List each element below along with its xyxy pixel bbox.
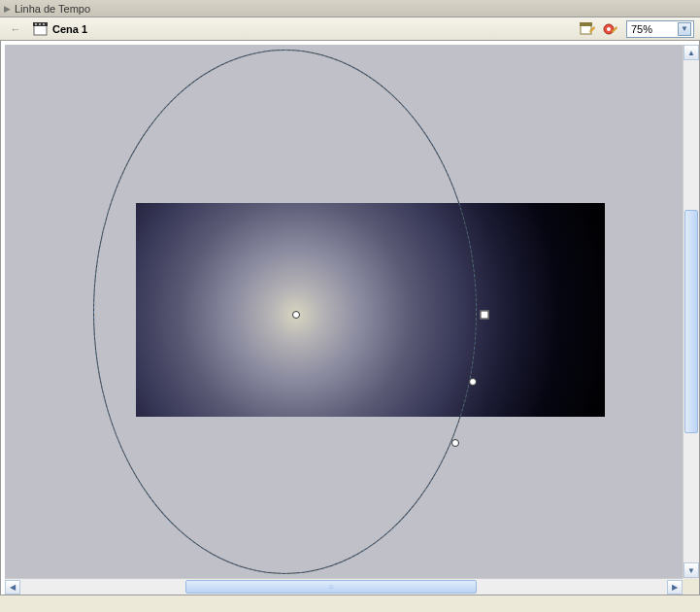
edit-scene-button[interactable]: [578, 20, 597, 38]
scene-toolbar: ← Cena 1 75% ▼: [0, 17, 700, 41]
gradient-center-handle[interactable]: [292, 311, 300, 319]
timeline-panel-header[interactable]: ▶ Linha de Tempo: [0, 0, 700, 17]
scroll-right-button[interactable]: ▶: [667, 580, 683, 595]
ellipse-anchor-handle[interactable]: [451, 439, 459, 447]
svg-rect-3: [39, 23, 41, 25]
svg-rect-0: [34, 25, 47, 35]
chevron-down-icon: ▼: [687, 566, 695, 575]
stage-canvas[interactable]: [5, 45, 683, 578]
back-button[interactable]: ←: [6, 20, 25, 38]
grip-icon: ≡: [328, 582, 333, 592]
workspace: ▲ ▼ ◀ ≡ ▶: [0, 41, 700, 595]
zoom-dropdown[interactable]: 75% ▼: [626, 20, 694, 38]
chevron-right-icon: ▶: [672, 583, 678, 592]
chevron-left-icon: ◀: [10, 583, 16, 592]
vertical-scrollbar[interactable]: ▲ ▼: [683, 45, 699, 578]
horizontal-scrollbar[interactable]: ◀ ≡ ▶: [5, 578, 683, 595]
svg-rect-2: [35, 23, 37, 25]
svg-rect-5: [581, 25, 591, 34]
svg-rect-4: [43, 23, 45, 25]
scene-label[interactable]: Cena 1: [52, 23, 87, 35]
scroll-up-button[interactable]: ▲: [683, 45, 699, 60]
dropdown-icon: ▼: [678, 22, 691, 36]
scrollbar-corner: [683, 578, 699, 595]
gradient-edge-handle[interactable]: [481, 311, 489, 320]
zoom-value: 75%: [631, 23, 652, 35]
gradient-rotate-handle[interactable]: [469, 378, 477, 386]
panel-title: Linha de Tempo: [15, 3, 90, 15]
vertical-scroll-thumb[interactable]: [684, 210, 698, 433]
scroll-down-button[interactable]: ▼: [683, 562, 699, 578]
horizontal-scroll-thumb[interactable]: ≡: [185, 580, 477, 594]
svg-point-8: [607, 27, 611, 31]
chevron-up-icon: ▲: [687, 49, 695, 57]
svg-rect-6: [580, 22, 592, 26]
scene-icon: [33, 22, 49, 36]
gradient-rectangle[interactable]: [136, 203, 605, 417]
back-arrow-icon: ←: [11, 23, 21, 35]
edit-symbol-button[interactable]: [601, 20, 620, 38]
scroll-left-button[interactable]: ◀: [5, 580, 20, 595]
panel-collapse-icon: ▶: [4, 4, 11, 14]
